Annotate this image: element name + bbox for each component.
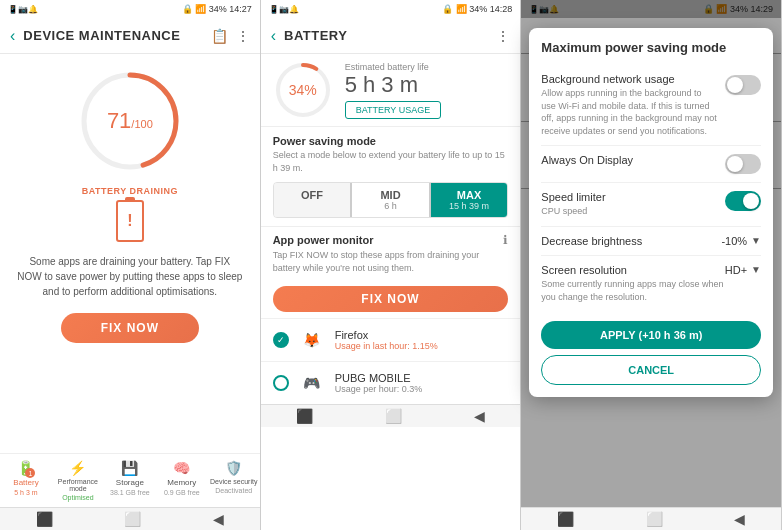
speed-label: Speed limiter <box>541 191 717 203</box>
screen3: 📱📷🔔 🔒 📶 34% 14:29 ‹ BATTERY ⋮ 34% Estima… <box>521 0 782 530</box>
battery-usage-btn[interactable]: BATTERY USAGE <box>345 101 442 119</box>
top-bar-2: ‹ BATTERY ⋮ <box>261 18 521 54</box>
app-monitor-sub: Tap FIX NOW to stop these apps from drai… <box>273 249 509 274</box>
battery-icon: ! <box>116 200 144 242</box>
home-icon-2[interactable]: ⬜ <box>385 408 402 424</box>
recent-icon-2[interactable]: ⬛ <box>296 408 313 424</box>
page-title-1: DEVICE MAINTENANCE <box>23 28 210 43</box>
battery-percent: 71/100 <box>107 108 153 134</box>
network-desc: Allow apps running in the background to … <box>541 87 717 137</box>
top-bar-1: ‹ DEVICE MAINTENANCE 📋 ⋮ <box>0 18 260 54</box>
status-icons-2: 📱📷🔔 <box>269 5 299 14</box>
apply-button[interactable]: APPLY (+10 h 36 m) <box>541 321 761 349</box>
battery-header-2: 34% Estimated battery life 5 h 3 m BATTE… <box>261 54 521 126</box>
mode-mid-label: MID <box>356 189 425 201</box>
modal-row-aod: Always On Display <box>541 146 761 183</box>
more-icon-1[interactable]: ⋮ <box>236 28 250 44</box>
brightness-dropdown[interactable]: -10% ▼ <box>721 235 761 247</box>
app-firefox: 🦊 Firefox Usage in last hour: 1.15% <box>261 318 521 361</box>
status-right-1: 🔒 📶 34% 14:27 <box>182 4 252 14</box>
nav-memory[interactable]: 🧠 Memory 0.9 GB free <box>156 458 208 503</box>
mode-max-sub: 15 h 39 m <box>435 201 504 211</box>
more-icon-2[interactable]: ⋮ <box>496 28 510 44</box>
back-btn-1[interactable]: ‹ <box>10 27 15 45</box>
power-saving-sub: Select a mode below to extend your batte… <box>273 149 509 174</box>
status-icons-1: 📱📷🔔 <box>8 5 38 14</box>
nav-storage[interactable]: 💾 Storage 38.1 GB free <box>104 458 156 503</box>
recent-icon-3[interactable]: ⬛ <box>557 511 574 527</box>
back-icon-3[interactable]: ◀ <box>734 511 745 527</box>
memory-nav-icon: 🧠 <box>173 460 190 476</box>
brightness-arrow: ▼ <box>751 235 761 246</box>
mode-off-label: OFF <box>278 189 347 201</box>
modal-row-network: Background network usage Allow apps runn… <box>541 65 761 146</box>
resolution-desc: Some currently running apps may close wh… <box>541 278 724 303</box>
nav-security-sub: Deactivated <box>215 487 252 494</box>
est-label: Estimated battery life <box>345 62 442 72</box>
nav-memory-label: Memory <box>167 478 196 487</box>
est-life: Estimated battery life 5 h 3 m BATTERY U… <box>345 62 442 119</box>
firefox-name: Firefox <box>335 329 509 341</box>
nav-battery-label: Battery <box>13 478 38 487</box>
info-icon: ℹ <box>503 233 508 247</box>
mode-off[interactable]: OFF <box>274 183 351 217</box>
system-bar-2: ⬛ ⬜ ◀ <box>261 404 521 427</box>
cancel-button[interactable]: CANCEL <box>541 355 761 385</box>
home-icon-1[interactable]: ⬜ <box>124 511 141 527</box>
network-toggle[interactable] <box>725 75 761 95</box>
pubg-checkbox[interactable] <box>273 375 289 391</box>
storage-nav-icon: 💾 <box>121 460 138 476</box>
mode-mid[interactable]: MID 6 h <box>350 183 431 217</box>
resolution-value: HD+ <box>725 264 747 276</box>
fix-now-button-1[interactable]: FIX NOW <box>61 313 199 343</box>
screen1: 📱📷🔔 🔒 📶 34% 14:27 ‹ DEVICE MAINTENANCE 📋… <box>0 0 261 530</box>
app-monitor-header: App power monitor ℹ <box>273 233 509 247</box>
system-bar-3: ⬛ ⬜ ◀ <box>521 507 781 530</box>
firefox-icon: 🦊 <box>297 325 327 355</box>
power-saving-section: Power saving mode Select a mode below to… <box>261 126 521 226</box>
mode-selector: OFF MID 6 h MAX 15 h 39 m <box>273 182 509 218</box>
resolution-dropdown[interactable]: HD+ ▼ <box>725 264 761 276</box>
speed-desc: CPU speed <box>541 205 717 218</box>
pubg-name: PUBG MOBILE <box>335 372 509 384</box>
modal-card: Maximum power saving mode Background net… <box>529 28 773 397</box>
back-icon-2[interactable]: ◀ <box>474 408 485 424</box>
home-icon-3[interactable]: ⬜ <box>646 511 663 527</box>
battery-circle: 71/100 <box>75 66 185 176</box>
nav-perf-label: Performance mode <box>52 478 104 492</box>
nav-memory-sub: 0.9 GB free <box>164 489 200 496</box>
nav-performance[interactable]: ⚡ Performance mode Optimised <box>52 458 104 503</box>
app-monitor-section: App power monitor ℹ Tap FIX NOW to stop … <box>261 226 521 280</box>
screen2: 📱📷🔔 🔒 📶 34% 14:28 ‹ BATTERY ⋮ 34% Estima… <box>261 0 522 530</box>
status-left-1: 📱📷🔔 <box>8 5 38 14</box>
back-icon-1[interactable]: ◀ <box>213 511 224 527</box>
nav-security[interactable]: 🛡️ Device security Deactivated <box>208 458 260 503</box>
doc-icon-1[interactable]: 📋 <box>211 28 228 44</box>
system-bar-1: ⬛ ⬜ ◀ <box>0 507 260 530</box>
nav-storage-label: Storage <box>116 478 144 487</box>
app-pubg: 🎮 PUBG MOBILE Usage per hour: 0.3% <box>261 361 521 404</box>
status-bar-1: 📱📷🔔 🔒 📶 34% 14:27 <box>0 0 260 18</box>
fix-now-button-2[interactable]: FIX NOW <box>273 286 509 312</box>
exclaim-icon: ! <box>127 212 132 230</box>
battery-draining-label: BATTERY DRAINING <box>82 186 178 196</box>
mode-max[interactable]: MAX 15 h 39 m <box>431 183 508 217</box>
mode-max-label: MAX <box>435 189 504 201</box>
top-icons-2: ⋮ <box>496 28 510 44</box>
speed-toggle[interactable] <box>725 191 761 211</box>
firefox-checkbox[interactable] <box>273 332 289 348</box>
brightness-value: -10% <box>721 235 747 247</box>
mode-mid-sub: 6 h <box>356 201 425 211</box>
modal-row-brightness: Decrease brightness -10% ▼ <box>541 227 761 256</box>
nav-perf-sub: Optimised <box>62 494 94 501</box>
modal-title: Maximum power saving mode <box>541 40 761 55</box>
recent-icon-1[interactable]: ⬛ <box>36 511 53 527</box>
brightness-label: Decrease brightness <box>541 235 721 247</box>
app-monitor-title: App power monitor <box>273 234 374 246</box>
nav-battery[interactable]: 🔋 1 Battery 5 h 3 m <box>0 458 52 503</box>
aod-toggle[interactable] <box>725 154 761 174</box>
back-btn-2[interactable]: ‹ <box>271 27 276 45</box>
nav-storage-sub: 38.1 GB free <box>110 489 150 496</box>
modal-row-speed: Speed limiter CPU speed <box>541 183 761 227</box>
status-bar-2: 📱📷🔔 🔒 📶 34% 14:28 <box>261 0 521 18</box>
